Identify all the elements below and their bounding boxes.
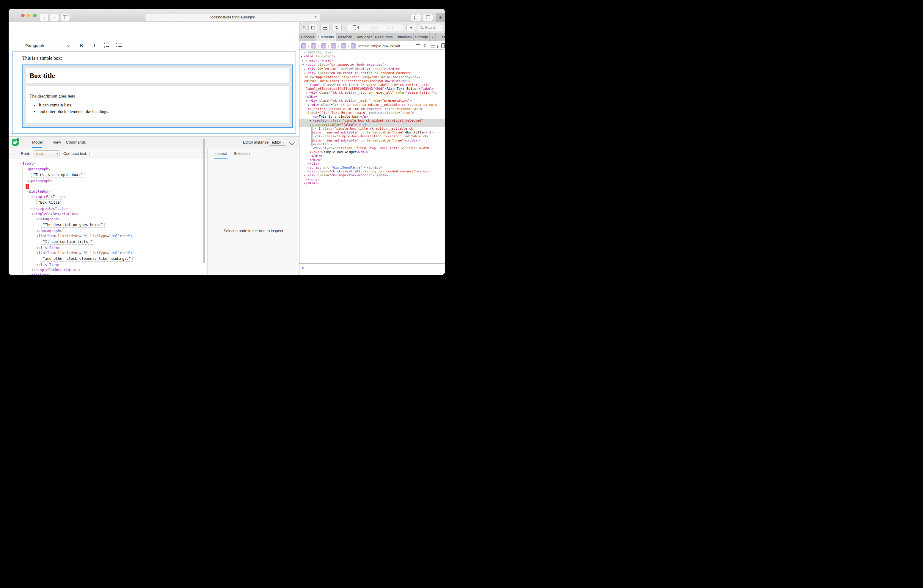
- devtools-search-field[interactable]: ▾Search: [418, 24, 443, 31]
- element-badge-icon[interactable]: E: [351, 43, 356, 48]
- dom-tree-line[interactable]: ▶<div class="simple-box-description ck-e…: [299, 135, 445, 142]
- numbered-list-button[interactable]: 1 2: [104, 42, 112, 49]
- dom-tree-line[interactable]: <script src="dist/bundle.js"></script>: [299, 166, 445, 169]
- model-tree-row[interactable]: "The description goes here.": [41, 222, 105, 228]
- model-tree-row[interactable]: "and other block elements like headings.…: [41, 256, 133, 261]
- new-tab-button[interactable]: +: [436, 13, 445, 22]
- dock-devtools-button[interactable]: [320, 24, 330, 31]
- dom-tree-line[interactable]: ▼<div class="ck ck-editor__main" role="p…: [299, 99, 445, 103]
- intro-paragraph[interactable]: This is a simple box:: [22, 56, 62, 61]
- model-tree-row[interactable]: <simpleBox>: [27, 189, 51, 194]
- breadcrumb-selected-element[interactable]: section.simple-box.ck-wid…: [358, 44, 404, 48]
- details-sidebar-toggle[interactable]: [441, 43, 445, 49]
- detach-devtools-button[interactable]: [308, 24, 318, 31]
- disclosure-triangle-icon[interactable]: ▶: [302, 59, 305, 63]
- box-bullet-item[interactable]: and other block elements like headings.: [39, 109, 289, 114]
- inspector-side-tab-selection[interactable]: Selection: [234, 148, 250, 159]
- model-tree-row[interactable]: <paragraph>: [36, 217, 60, 222]
- compact-text-checkbox[interactable]: [90, 152, 94, 156]
- model-tree-row[interactable]: </simpleBox>: [27, 273, 53, 275]
- back-button[interactable]: ‹: [40, 14, 49, 21]
- address-bar[interactable]: localhost/creating-a-plugin/ ↻: [145, 14, 320, 21]
- devtools-settings-button[interactable]: ⚙: [441, 33, 445, 41]
- model-tree-row[interactable]: </listItem>: [36, 246, 60, 250]
- disclosure-triangle-icon[interactable]: ▼: [306, 99, 309, 103]
- model-tree-row[interactable]: [: [26, 184, 29, 189]
- disclosure-triangle-icon[interactable]: ▼: [308, 103, 311, 107]
- disclosure-triangle-icon[interactable]: ▼: [310, 119, 313, 123]
- model-tree-row[interactable]: <simpleBoxDescription>: [31, 212, 79, 217]
- zoom-window-button[interactable]: [33, 14, 36, 17]
- dom-tree-line[interactable]: ▼<body class="ck-inspector-body-expanded…: [299, 63, 445, 67]
- reload-icon[interactable]: ↻: [314, 14, 318, 21]
- model-tree-row[interactable]: </simpleBoxDescription>: [31, 268, 80, 272]
- dom-tree-line[interactable]: <div style="position: fixed; top: 0px; l…: [299, 146, 445, 154]
- dom-tree-line[interactable]: </div>: [299, 162, 445, 166]
- devtools-tab-resources[interactable]: Resources: [373, 33, 394, 41]
- paragraph-dropdown[interactable]: Paragraph: [22, 41, 73, 50]
- model-tree-row[interactable]: <paragraph>: [27, 167, 51, 171]
- dom-tree-line[interactable]: </body>: [299, 177, 445, 181]
- model-text-node[interactable]: "Box title": [36, 199, 63, 205]
- dom-tree-line[interactable]: ▶<head>…</head>: [299, 59, 445, 63]
- disclosure-triangle-icon[interactable]: ▼: [302, 63, 305, 67]
- disclosure-triangle-icon[interactable]: ▼: [301, 55, 304, 59]
- console-prompt-area[interactable]: >: [299, 263, 445, 275]
- devtools-tab-debugger[interactable]: Debugger: [354, 33, 373, 41]
- editor-instance-select[interactable]: editor ▲▼: [269, 139, 286, 146]
- root-select[interactable]: main ▲▼: [34, 150, 59, 157]
- model-tree-row[interactable]: "Box title": [36, 199, 63, 205]
- dom-tree-line[interactable]: </section>: [299, 142, 445, 146]
- collapse-inspector-icon[interactable]: [289, 140, 294, 145]
- model-tree-row[interactable]: <simpleBoxTitle>: [31, 194, 66, 199]
- inspector-side-tab-inspect[interactable]: Inspect: [214, 148, 227, 159]
- dom-tree-line[interactable]: <h1 class="simple-box-title ck-editor__e…: [299, 126, 445, 135]
- minimize-window-button[interactable]: [27, 14, 31, 17]
- inspector-tab-view[interactable]: View: [53, 137, 61, 148]
- inspector-tab-model[interactable]: Model: [32, 137, 42, 148]
- model-text-node[interactable]: "The description goes here.": [41, 222, 105, 228]
- model-text-node[interactable]: "It can contain lists,": [41, 239, 94, 245]
- element-badge-icon[interactable]: E: [341, 43, 346, 48]
- simple-box-description[interactable]: The description goes here. It can contai…: [26, 85, 289, 123]
- rich-text-editable[interactable]: This is a simple box: Box title The desc…: [12, 52, 296, 134]
- share-button[interactable]: [411, 14, 421, 21]
- dom-tree-line[interactable]: </div>: [299, 158, 445, 162]
- reload-page-button[interactable]: ↻: [332, 24, 342, 31]
- model-tree-row[interactable]: </simpleBoxTitle>: [31, 206, 68, 211]
- resource-status-group[interactable]: 4 !0 ⚠0: [347, 24, 404, 31]
- forward-button[interactable]: ›: [50, 14, 59, 21]
- disclosure-triangle-icon[interactable]: ▶: [306, 91, 309, 95]
- bulleted-list-button[interactable]: [116, 42, 124, 49]
- sidebar-toggle-button[interactable]: [61, 14, 70, 21]
- disclosure-triangle-icon[interactable]: ▶: [304, 174, 307, 177]
- styles-brush-button[interactable]: /: [437, 43, 438, 49]
- layout-grid-button[interactable]: [431, 44, 435, 48]
- simple-box-title[interactable]: Box title: [26, 68, 289, 83]
- model-text-node[interactable]: "This is a simple box:": [31, 172, 84, 178]
- dom-tree-line[interactable]: <p>This is a simple box:</p>: [299, 115, 445, 118]
- model-tree-row[interactable]: "This is a simple box:": [31, 172, 84, 178]
- bold-button[interactable]: B: [77, 41, 85, 50]
- model-tree-row[interactable]: </listItem>: [36, 263, 60, 267]
- dom-tree-line[interactable]: <!DOCTYPE html>: [299, 51, 445, 54]
- dom-tree-line[interactable]: </div>: [299, 154, 445, 158]
- element-picker-button[interactable]: ⌖: [406, 24, 416, 31]
- simple-box-widget[interactable]: Box title The description goes here. It …: [22, 64, 293, 128]
- more-tabs-button[interactable]: »: [430, 33, 436, 41]
- element-badge-icon[interactable]: E: [331, 43, 336, 48]
- devtools-tab-console[interactable]: Console: [299, 33, 316, 41]
- element-badge-icon[interactable]: E: [321, 43, 326, 48]
- devtools-tab-storage[interactable]: Storage: [414, 33, 430, 41]
- inspector-tab-commands[interactable]: Commands: [66, 137, 84, 148]
- dom-tree-line[interactable]: ▼<html lang="en">: [299, 54, 445, 59]
- print-button[interactable]: [416, 43, 420, 48]
- model-tree-row[interactable]: </paragraph>: [36, 228, 62, 233]
- italic-button[interactable]: I: [90, 41, 99, 50]
- dom-tree-line[interactable]: ▼<section class="simple-box ck-widget ck…: [299, 118, 445, 126]
- dom-tree-line[interactable]: ▶<div class="ck-inspector-wrapper">…</di…: [299, 173, 445, 177]
- disclosure-triangle-icon[interactable]: ▼: [304, 71, 307, 75]
- disclosure-triangle-icon[interactable]: ▶: [304, 67, 307, 71]
- dom-tree-line[interactable]: <div class="ck ck-reset_all ck-body ck-r…: [299, 169, 445, 173]
- devtools-tab-network[interactable]: Network: [336, 33, 354, 41]
